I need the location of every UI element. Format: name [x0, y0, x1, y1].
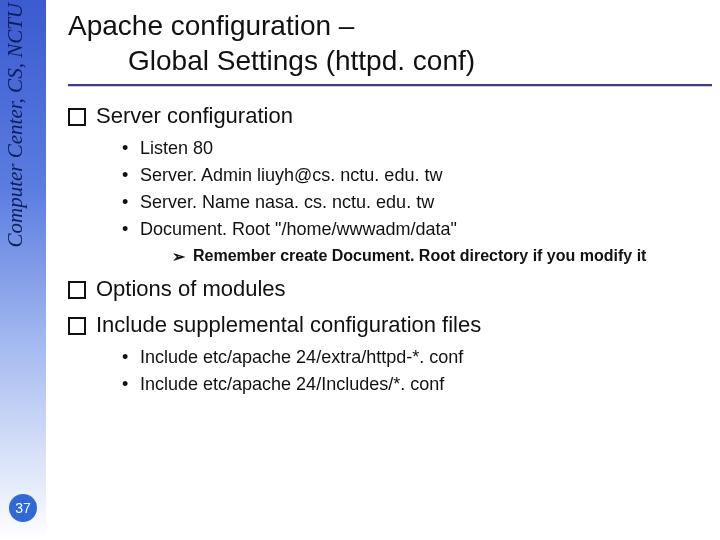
heading-server-configuration: Server configuration — [68, 103, 712, 129]
bullet-dot-icon: • — [122, 162, 128, 189]
title-underline — [68, 84, 712, 87]
heading-include-supplemental: Include supplemental configuration files — [68, 312, 712, 338]
list-item-text: Server. Admin liuyh@cs. nctu. edu. tw — [140, 162, 442, 189]
list-item: • Server. Name nasa. cs. nctu. edu. tw — [122, 189, 712, 216]
server-config-list: • Listen 80 • Server. Admin liuyh@cs. nc… — [122, 135, 712, 243]
list-item: • Server. Admin liuyh@cs. nctu. edu. tw — [122, 162, 712, 189]
slide-number: 37 — [15, 500, 31, 516]
include-list: • Include etc/apache 24/extra/httpd-*. c… — [122, 344, 712, 398]
bullet-dot-icon: • — [122, 135, 128, 162]
list-item-text: Server. Name nasa. cs. nctu. edu. tw — [140, 189, 434, 216]
note-text: Remember create Document. Root directory… — [193, 247, 646, 266]
list-item: • Include etc/apache 24/Includes/*. conf — [122, 371, 712, 398]
list-item-text: Document. Root "/home/wwwadm/data" — [140, 216, 457, 243]
slide-title: Apache configuration – Global Settings (… — [68, 8, 712, 78]
bullet-dot-icon: • — [122, 189, 128, 216]
slide-content: Apache configuration – Global Settings (… — [68, 8, 712, 402]
slide-number-badge: 37 — [9, 494, 37, 522]
title-line-2: Global Settings (httpd. conf) — [68, 43, 712, 78]
vertical-institution-text: Computer Center, CS, NCTU — [3, 3, 28, 247]
heading-text: Include supplemental configuration files — [96, 312, 481, 338]
heading-text: Server configuration — [96, 103, 293, 129]
list-item: • Document. Root "/home/wwwadm/data" — [122, 216, 712, 243]
title-line-1: Apache configuration – — [68, 8, 712, 43]
checkbox-bullet-icon — [68, 317, 86, 335]
arrow-bullet-icon: ➢ — [172, 247, 185, 266]
heading-text: Options of modules — [96, 276, 286, 302]
checkbox-bullet-icon — [68, 108, 86, 126]
list-item: • Include etc/apache 24/extra/httpd-*. c… — [122, 344, 712, 371]
bullet-dot-icon: • — [122, 344, 128, 371]
heading-options-of-modules: Options of modules — [68, 276, 712, 302]
list-item-text: Listen 80 — [140, 135, 213, 162]
bullet-dot-icon: • — [122, 371, 128, 398]
note-remember: ➢ Remember create Document. Root directo… — [172, 247, 712, 266]
list-item-text: Include etc/apache 24/extra/httpd-*. con… — [140, 344, 463, 371]
bullet-dot-icon: • — [122, 216, 128, 243]
sidebar-gradient: Computer Center, CS, NCTU 37 — [0, 0, 46, 540]
checkbox-bullet-icon — [68, 281, 86, 299]
list-item: • Listen 80 — [122, 135, 712, 162]
list-item-text: Include etc/apache 24/Includes/*. conf — [140, 371, 444, 398]
